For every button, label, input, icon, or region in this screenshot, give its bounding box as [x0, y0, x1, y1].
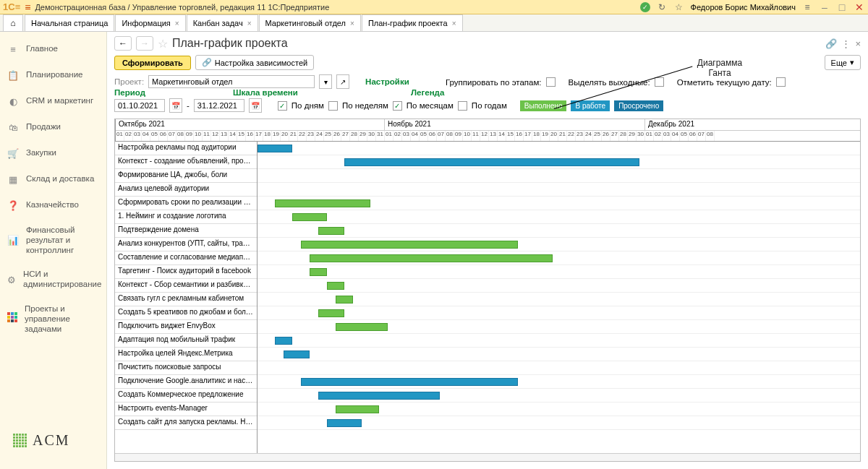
task-name-cell[interactable]: Подключить виджет EnvyBox [115, 320, 257, 334]
sidebar-item[interactable]: 🛒Закупки [0, 140, 106, 166]
task-name-cell[interactable]: Настройка целей Яндекс.Метрика [115, 348, 257, 361]
close-panel-icon[interactable]: × [855, 38, 861, 49]
highlight-weekends-checkbox[interactable] [655, 77, 664, 87]
project-input[interactable] [148, 75, 315, 88]
close-button[interactable]: ✕ [854, 1, 865, 13]
task-name-cell[interactable]: Настройка рекламы под аудитории [115, 142, 257, 155]
sidebar-item[interactable]: ❓Казначейство [0, 192, 106, 218]
maximize-button[interactable]: □ [836, 1, 848, 13]
forward-button[interactable]: → [136, 36, 153, 51]
gantt-bar[interactable] [275, 337, 292, 345]
group-by-stages-checkbox[interactable] [546, 77, 556, 87]
sidebar-item[interactable]: 🛍Продажи [0, 114, 106, 140]
more-icon[interactable]: ⋮ [841, 38, 851, 49]
task-name-cell[interactable]: Подключение Google.аналитикс и настройка… [115, 375, 257, 389]
user-name[interactable]: Федоров Борис Михайлович [691, 3, 796, 12]
notification-icon[interactable]: ✓ [640, 2, 650, 12]
history-icon[interactable]: ↻ [656, 1, 668, 13]
date-to-input[interactable] [194, 99, 244, 112]
star-icon[interactable]: ☆ [673, 1, 685, 13]
gantt-bar[interactable] [310, 254, 553, 262]
close-icon[interactable]: × [452, 20, 456, 27]
mark-current-date-checkbox[interactable] [776, 77, 786, 87]
by-years-checkbox[interactable] [458, 101, 467, 111]
gantt-bar[interactable] [301, 241, 518, 249]
task-name-cell[interactable]: Настроить events-Manager [115, 403, 257, 416]
gantt-chart[interactable]: Октябрь 2021Ноябрь 2021Декабрь 2021 0102… [114, 119, 861, 462]
gantt-bar[interactable] [292, 213, 327, 221]
task-name-cell[interactable]: Анализ конкурентов (УПТ, сайты, трафик) [115, 238, 257, 251]
burger-icon[interactable]: ≡ [25, 1, 30, 13]
day-header: 01 [116, 131, 124, 141]
gantt-bar[interactable] [336, 296, 353, 304]
by-weeks-checkbox[interactable] [328, 101, 338, 111]
close-icon[interactable]: × [350, 20, 354, 27]
dropdown-button[interactable]: ▾ [319, 74, 332, 89]
date-from-input[interactable] [114, 99, 165, 112]
sidebar-item[interactable]: ⚙НСИ и администрирование [0, 262, 106, 297]
horizontal-scrollbar[interactable] [115, 453, 860, 462]
gantt-bar[interactable] [327, 282, 344, 290]
day-header: 24 [584, 131, 593, 141]
sidebar-icon: ⚙ [7, 274, 16, 285]
by-days-checkbox[interactable] [278, 101, 287, 111]
gantt-row [258, 238, 860, 251]
calendar-icon[interactable]: 📅 [249, 98, 262, 113]
open-button[interactable]: ↗ [336, 74, 349, 89]
task-name-cell[interactable]: Создать Коммерческое предложение [115, 389, 257, 403]
home-tab[interactable]: ⌂ [3, 14, 23, 31]
tab-marketing[interactable]: Маркетинговый отдел× [259, 14, 361, 31]
sidebar-item[interactable]: 📊Финансовый результат и контроллинг [0, 218, 106, 262]
task-name-cell[interactable]: 1. Нейминг и создание логотипа [115, 210, 257, 224]
gantt-bar[interactable] [336, 405, 379, 413]
task-name-cell[interactable]: Создать 5 креативов по джобам и болям [115, 306, 257, 320]
gantt-bar[interactable] [301, 378, 518, 386]
gantt-bar[interactable] [258, 145, 292, 152]
task-name-cell[interactable]: Создать сайт для запуска рекламы. На баз… [115, 416, 257, 430]
sidebar-item[interactable]: 📋Планирование [0, 62, 106, 88]
favorite-icon[interactable]: ☆ [158, 37, 168, 51]
dependencies-button[interactable]: 🔗Настройка зависимостей [195, 55, 314, 70]
gantt-bar[interactable] [318, 309, 344, 317]
by-months-checkbox[interactable] [393, 101, 402, 111]
gantt-bar[interactable] [318, 392, 440, 400]
gantt-bar[interactable] [284, 350, 310, 358]
gantt-bar[interactable] [318, 227, 344, 235]
task-name-cell[interactable]: Сформировать сроки по реализации проекта… [115, 197, 257, 210]
gantt-bar[interactable] [336, 323, 388, 331]
link-icon[interactable]: 🔗 [825, 38, 837, 49]
sidebar-item[interactable]: ◐CRM и маркетинг [0, 88, 106, 114]
task-name-cell[interactable]: Анализ целевой аудитории [115, 183, 257, 197]
task-name-cell[interactable]: Связать гугл с рекламным кабинетом [115, 293, 257, 306]
task-name-cell[interactable]: Формирование ЦА, джобы, боли [115, 169, 257, 183]
minimize-button[interactable]: – [819, 1, 830, 13]
gantt-bar[interactable] [310, 268, 327, 276]
highlight-weekends-label: Выделять выходные: [569, 78, 650, 87]
sidebar-item[interactable]: ≡Главное [0, 36, 106, 62]
more-button[interactable]: Еще ▾ [825, 55, 861, 70]
close-icon[interactable]: × [175, 20, 179, 27]
tab-home[interactable]: Начальная страница [25, 14, 114, 31]
tab-info[interactable]: Информация× [115, 14, 185, 31]
tab-kanban[interactable]: Канбан задач× [187, 14, 258, 31]
calendar-icon[interactable]: 📅 [169, 98, 182, 113]
task-name-cell[interactable]: Контекст - создание объявлений, проставл… [115, 155, 257, 169]
sidebar-item[interactable]: ▦Склад и доставка [0, 166, 106, 192]
back-button[interactable]: ← [114, 36, 132, 51]
gantt-row [258, 293, 860, 306]
tab-plan[interactable]: План-график проекта× [362, 14, 463, 31]
task-name-cell[interactable]: Составление и согласование медиаплана [115, 251, 257, 265]
gantt-bar[interactable] [327, 419, 362, 427]
close-icon[interactable]: × [247, 20, 252, 27]
day-header: 09 [454, 131, 463, 141]
sidebar-item[interactable]: Проекты и управление задачами [0, 297, 106, 341]
settings-icon[interactable]: ≡ [801, 1, 813, 13]
task-name-cell[interactable]: Почистить поисковые запросы [115, 361, 257, 375]
gantt-bar[interactable] [344, 158, 639, 166]
task-name-cell[interactable]: Таргетинг - Поиск аудиторий в facebook [115, 265, 257, 279]
generate-button[interactable]: Сформировать [114, 56, 191, 70]
task-name-cell[interactable]: Подтверждение домена [115, 224, 257, 238]
task-name-cell[interactable]: Контекст - Сбор семантики и разбивка на … [115, 279, 257, 293]
task-name-cell[interactable]: Адаптация под мобильный трафик [115, 334, 257, 348]
gantt-bar[interactable] [275, 199, 370, 207]
